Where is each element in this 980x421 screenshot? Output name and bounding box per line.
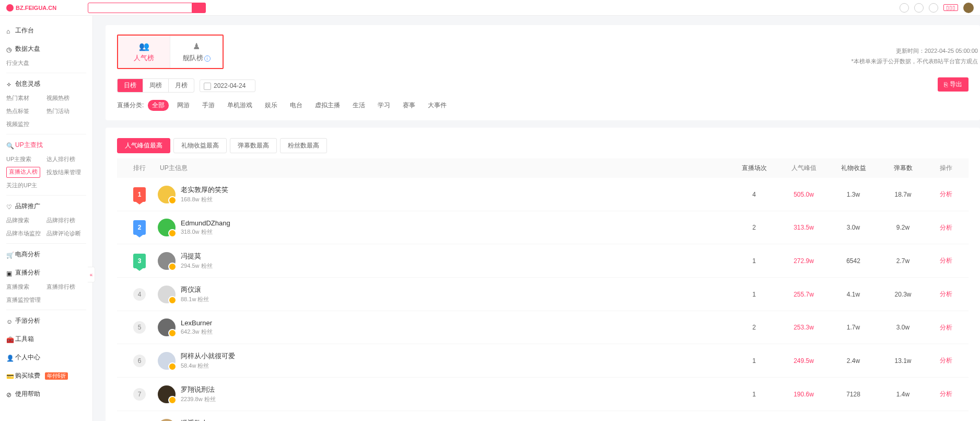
nav-help[interactable]: ⊘ 使用帮助 <box>6 386 86 402</box>
metric-fans[interactable]: 粉丝数最高 <box>280 138 327 153</box>
nav-mobile[interactable]: ☺ 手游分析 <box>6 313 86 328</box>
nav-ecom[interactable]: 🛒 电商分析 <box>6 247 86 262</box>
nav-user[interactable]: 👤 个人中心 <box>6 350 86 365</box>
analyze-link[interactable]: 分析 <box>940 290 952 298</box>
date-picker[interactable]: 2022-04-24 <box>200 79 255 92</box>
nav-placement-mgmt[interactable]: 投放结果管理 <box>46 167 87 178</box>
cat-netgame[interactable]: 网游 <box>173 100 194 111</box>
analyze-link[interactable]: 分析 <box>940 224 952 231</box>
cat-mobile[interactable]: 手游 <box>198 100 219 111</box>
cell-info[interactable]: LexBurner642.3w 粉丝 <box>158 318 729 336</box>
nav-dashboard[interactable]: ◷ 数据大盘 <box>6 41 86 56</box>
cell-info[interactable]: 罗翔说刑法2239.8w 粉丝 <box>158 385 729 403</box>
nav-video-rank[interactable]: 视频热榜 <box>46 93 87 104</box>
nav-live-talent-rank[interactable]: 直播达人榜 <box>6 167 40 178</box>
tab-fleet[interactable]: ♟ 舰队榜i <box>170 36 223 68</box>
header-icon-1[interactable] <box>900 3 909 13</box>
cell-sessions: 1 <box>729 391 779 398</box>
uploader-fans: 58.4w 粉丝 <box>181 362 235 370</box>
uploader-info: 阿梓从小就很可爱58.4w 粉丝 <box>181 351 235 370</box>
tab-popularity[interactable]: 👥 人气榜 <box>118 36 170 68</box>
help-icon: ⊘ <box>6 391 13 397</box>
site-logo[interactable]: BZ.FEIGUA.CN <box>6 4 56 12</box>
period-week[interactable]: 周榜 <box>143 79 169 92</box>
cell-gift: 7128 <box>829 391 878 398</box>
th-gift: 礼物收益 <box>829 164 878 173</box>
search-button[interactable] <box>192 3 206 13</box>
category-label: 直播分类: <box>117 101 144 110</box>
nav-brand-search[interactable]: 品牌搜索 <box>6 215 46 226</box>
nav-workbench[interactable]: ⌂ 工作台 <box>6 23 86 38</box>
cell-info[interactable]: 阿梓从小就很可爱58.4w 粉丝 <box>158 351 729 370</box>
cell-info[interactable]: 逍遥散人575.1w 粉丝 <box>158 418 729 421</box>
analyze-link[interactable]: 分析 <box>940 190 952 198</box>
cell-info[interactable]: 冯提莫294.5w 粉丝 <box>158 252 729 270</box>
nav-brand[interactable]: ♡ 品牌推广 <box>6 199 86 214</box>
header-tag[interactable]: ▯▯▯ <box>943 4 958 11</box>
nav-creative[interactable]: ✧ 创意灵感 <box>6 76 86 92</box>
table-row: 7罗翔说刑法2239.8w 粉丝1190.6w71281.4w分析 <box>117 378 969 411</box>
cell-info[interactable]: EdmundDZhang318.0w 粉丝 <box>158 219 729 236</box>
cell-op: 分析 <box>928 190 964 199</box>
cell-peak: 253.3w <box>779 324 829 331</box>
cell-peak: 249.5w <box>779 357 829 365</box>
period-month[interactable]: 月榜 <box>169 79 194 92</box>
nav-live-search[interactable]: 直播搜索 <box>6 281 46 292</box>
uploader-info: 两仪滚88.1w 粉丝 <box>181 285 209 303</box>
metric-peak[interactable]: 人气峰值最高 <box>117 138 170 153</box>
cat-event[interactable]: 大事件 <box>424 100 451 111</box>
table-row: 6阿梓从小就很可爱58.4w 粉丝1249.5w2.4w13.1w分析 <box>117 344 969 378</box>
cat-esports[interactable]: 赛事 <box>399 100 419 111</box>
nav-brand-market[interactable]: 品牌市场监控 <box>6 228 46 239</box>
search-input[interactable] <box>88 3 192 13</box>
analyze-link[interactable]: 分析 <box>940 390 952 397</box>
user-avatar[interactable] <box>963 3 974 13</box>
nav-live-rank[interactable]: 直播排行榜 <box>46 281 87 292</box>
nav-followed-up[interactable]: 关注的UP主 <box>6 180 86 191</box>
period-day[interactable]: 日榜 <box>118 79 143 92</box>
nav-video-monitor[interactable]: 视频监控 <box>6 119 46 130</box>
nav-upsearch[interactable]: 🔍 UP主查找 <box>6 138 86 153</box>
cat-radio[interactable]: 电台 <box>286 100 307 111</box>
info-icon[interactable]: i <box>204 55 211 62</box>
nav-live[interactable]: ▣ 直播分析 <box>6 265 86 280</box>
nav-hot-material[interactable]: 热门素材 <box>6 93 46 104</box>
nav-brand-rank[interactable]: 品牌排行榜 <box>46 215 87 226</box>
cat-ent[interactable]: 娱乐 <box>261 100 282 111</box>
analyze-link[interactable]: 分析 <box>940 357 952 364</box>
cat-study[interactable]: 学习 <box>374 100 394 111</box>
cat-single[interactable]: 单机游戏 <box>223 100 256 111</box>
nav-tools[interactable]: 🧰 工具箱 <box>6 332 86 347</box>
export-button[interactable]: ⎘ 导出 <box>938 77 969 92</box>
nav-brand-label: 品牌推广 <box>15 202 40 211</box>
nav-brand-comment[interactable]: 品牌评论诊断 <box>46 228 87 239</box>
metric-gift[interactable]: 礼物收益最高 <box>173 138 227 153</box>
cell-info[interactable]: 老实敦厚的笑笑168.8w 粉丝 <box>158 185 729 203</box>
analyze-link[interactable]: 分析 <box>940 324 952 331</box>
metric-danmu[interactable]: 弹幕数最高 <box>230 138 277 153</box>
nav-renew[interactable]: 💳 购买续费 年付6折 <box>6 368 86 383</box>
cat-all[interactable]: 全部 <box>148 100 169 111</box>
nav-talent-rank[interactable]: 达人排行榜 <box>46 154 87 165</box>
nav-up-search[interactable]: UP主搜索 <box>6 154 46 165</box>
header-icon-2[interactable] <box>914 3 924 13</box>
cell-info[interactable]: 两仪滚88.1w 粉丝 <box>158 285 729 303</box>
rank-type-tabs: 👥 人气榜 ♟ 舰队榜i <box>117 35 224 69</box>
nav-industry-dashboard[interactable]: 行业大盘 <box>6 58 46 69</box>
nav-hot-activity[interactable]: 热门活动 <box>46 106 87 117</box>
cat-life[interactable]: 生活 <box>348 100 369 111</box>
home-icon: ⌂ <box>6 28 13 34</box>
cell-gift: 3.0w <box>829 224 878 231</box>
mobile-icon: ☺ <box>6 318 13 324</box>
cell-peak: 190.6w <box>779 391 829 398</box>
cell-gift: 4.1w <box>829 291 878 298</box>
cat-vtuber[interactable]: 虚拟主播 <box>311 100 344 111</box>
ship-icon: ♟ <box>193 41 200 51</box>
analyze-link[interactable]: 分析 <box>940 257 952 264</box>
nav-hot-tag[interactable]: 热点标签 <box>6 106 46 117</box>
th-op: 操作 <box>928 164 964 173</box>
sidebar-collapse[interactable]: « <box>88 267 95 282</box>
header-icon-3[interactable] <box>929 3 938 13</box>
nav-live-monitor[interactable]: 直播监控管理 <box>6 294 86 305</box>
cell-gift: 1.7w <box>829 324 878 331</box>
